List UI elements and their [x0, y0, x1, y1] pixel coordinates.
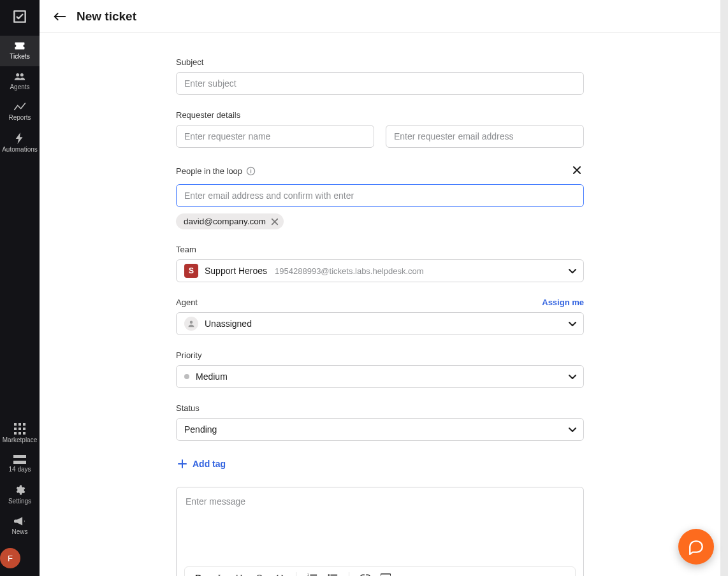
image-button[interactable] — [376, 569, 395, 576]
chevron-down-icon — [568, 266, 577, 275]
underline-button[interactable]: U — [229, 569, 249, 576]
people-chip[interactable]: david@company.com — [176, 213, 284, 229]
ordered-list-icon: 123 — [307, 573, 317, 576]
people-input[interactable] — [176, 184, 584, 207]
nav-label-news: News — [11, 528, 27, 535]
message-editor[interactable]: Enter message B I U S 123 — [176, 487, 584, 576]
add-tag-button[interactable]: Add tag — [176, 456, 584, 472]
strike-button[interactable]: S — [250, 569, 269, 576]
chevron-down-icon — [568, 425, 577, 434]
team-select[interactable]: S Support Heroes 1954288993@tickets.labs… — [176, 259, 584, 282]
assign-me-link[interactable]: Assign me — [542, 298, 584, 307]
nav-label-settings: Settings — [8, 498, 31, 505]
team-value: Support Heroes — [205, 266, 267, 276]
priority-select[interactable]: Medium — [176, 365, 584, 388]
nav-reports[interactable]: Reports — [0, 97, 40, 127]
back-button[interactable] — [54, 11, 66, 22]
priority-label: Priority — [176, 350, 584, 360]
nav-settings[interactable]: Settings — [0, 479, 40, 511]
subject-label: Subject — [176, 57, 584, 67]
gear-icon — [14, 484, 25, 496]
italic-button[interactable]: I — [209, 569, 228, 576]
people-chip-text: david@company.com — [184, 217, 266, 226]
image-icon — [381, 573, 391, 576]
svg-rect-9 — [18, 432, 21, 435]
requester-email-input[interactable] — [386, 125, 584, 148]
grid-icon — [14, 423, 25, 435]
close-icon — [271, 218, 279, 226]
people-label: People in the loop — [176, 166, 256, 176]
bullet-list-icon — [328, 573, 338, 576]
code-icon — [275, 573, 285, 576]
nav-news[interactable]: News — [0, 511, 40, 542]
people-label-text: People in the loop — [176, 166, 242, 176]
requester-label: Requester details — [176, 110, 584, 120]
svg-rect-25 — [310, 575, 317, 576]
svg-rect-11 — [13, 455, 26, 458]
chat-fab[interactable] — [678, 529, 714, 565]
bullet-list-button[interactable] — [323, 569, 342, 576]
chat-icon — [688, 538, 704, 555]
link-button[interactable] — [356, 569, 375, 576]
close-icon — [572, 166, 581, 175]
user-avatar[interactable]: F — [0, 548, 20, 568]
status-label: Status — [176, 403, 584, 413]
ticket-icon — [13, 41, 26, 51]
header: New ticket — [40, 0, 720, 33]
page-title: New ticket — [76, 10, 136, 24]
nav-tickets[interactable]: Tickets — [0, 36, 40, 66]
subject-input[interactable] — [176, 72, 584, 95]
toolbar-separator — [296, 572, 296, 576]
agent-select[interactable]: Unassigned — [176, 312, 584, 335]
svg-rect-3 — [18, 423, 21, 426]
svg-rect-4 — [23, 423, 25, 426]
svg-point-0 — [16, 73, 19, 76]
nav-marketplace[interactable]: Marketplace — [0, 418, 40, 450]
agent-avatar-icon — [184, 317, 198, 331]
info-icon[interactable] — [246, 166, 256, 176]
arrow-left-icon — [54, 11, 66, 22]
plus-icon — [177, 459, 187, 469]
svg-rect-8 — [14, 432, 17, 435]
priority-dot-icon — [184, 374, 189, 379]
nav-trial[interactable]: 14 days — [0, 450, 40, 479]
agents-icon — [13, 71, 26, 82]
svg-rect-5 — [14, 428, 17, 430]
svg-rect-6 — [18, 428, 21, 430]
status-value: Pending — [184, 424, 217, 435]
svg-rect-12 — [13, 461, 26, 464]
bold-button[interactable]: B — [189, 569, 208, 576]
main: New ticket Subject Requester details — [40, 0, 720, 576]
priority-value: Medium — [196, 371, 228, 382]
agent-label: Agent — [176, 298, 198, 307]
message-placeholder: Enter message — [186, 496, 574, 507]
svg-text:1: 1 — [307, 573, 309, 576]
status-select[interactable]: Pending — [176, 418, 584, 441]
team-value-email: 1954288993@tickets.labs.helpdesk.com — [275, 266, 424, 276]
link-icon — [360, 573, 370, 576]
editor-toolbar: B I U S 123 — [184, 566, 576, 576]
nav-label-marketplace: Marketplace — [3, 436, 37, 443]
nav-label-automations: Automations — [2, 146, 38, 153]
svg-rect-10 — [23, 432, 25, 435]
nav-label-trial: 14 days — [8, 466, 31, 473]
chevron-down-icon — [568, 372, 577, 381]
requester-name-input[interactable] — [176, 125, 374, 148]
nav-automations[interactable]: Automations — [0, 127, 40, 159]
chip-remove-button[interactable] — [271, 218, 279, 226]
ordered-list-button[interactable]: 123 — [303, 569, 322, 576]
code-button[interactable] — [270, 569, 289, 576]
megaphone-icon — [14, 516, 25, 526]
chevron-down-icon — [568, 319, 577, 328]
svg-point-1 — [20, 73, 24, 76]
nav-agents[interactable]: Agents — [0, 66, 40, 97]
add-tag-label: Add tag — [193, 459, 226, 469]
card-icon — [13, 455, 26, 464]
nav-label-agents: Agents — [10, 83, 29, 90]
svg-point-16 — [251, 169, 252, 170]
app-logo[interactable] — [8, 5, 31, 28]
team-label: Team — [176, 245, 584, 254]
sidebar: Tickets Agents Reports Automations Marke… — [0, 0, 40, 576]
people-clear-button[interactable] — [570, 163, 584, 179]
svg-point-30 — [328, 574, 330, 576]
